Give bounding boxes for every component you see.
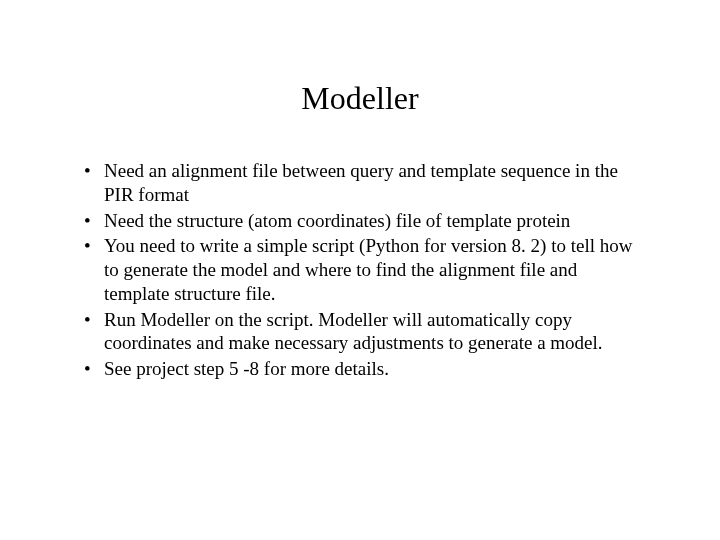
bullet-list: Need an alignment file between query and… — [80, 159, 640, 381]
list-item: Need an alignment file between query and… — [80, 159, 640, 207]
slide-title: Modeller — [80, 80, 640, 117]
list-item: See project step 5 -8 for more details. — [80, 357, 640, 381]
list-item: Need the structure (atom coordinates) fi… — [80, 209, 640, 233]
list-item: You need to write a simple script (Pytho… — [80, 234, 640, 305]
list-item: Run Modeller on the script. Modeller wil… — [80, 308, 640, 356]
